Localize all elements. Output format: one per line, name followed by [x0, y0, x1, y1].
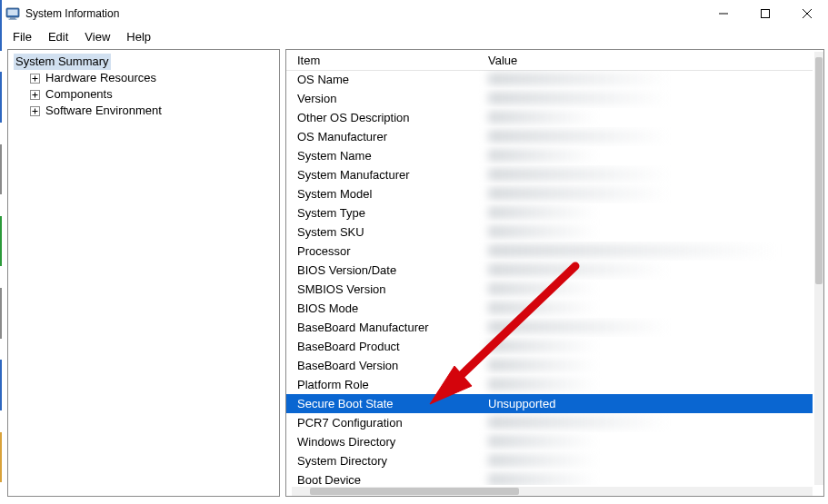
list-cell-value [477, 451, 813, 470]
list-cell-value [477, 127, 813, 146]
list-cell-value [477, 89, 813, 108]
redacted-value [488, 454, 597, 467]
list-cell-item: BaseBoard Manufacturer [286, 318, 477, 337]
menu-help[interactable]: Help [119, 29, 158, 44]
list-cell-item: System SKU [286, 222, 477, 242]
list-row[interactable]: Version [286, 89, 813, 108]
titlebar: System Information [0, 0, 828, 27]
maximize-button[interactable] [744, 0, 786, 27]
client-area: System Summary Hardware ResourcesCompone… [7, 49, 824, 497]
minimize-button[interactable] [703, 0, 744, 27]
list-cell-item: BaseBoard Version [286, 356, 477, 375]
list-cell-item: Boot Device [286, 470, 477, 485]
tree-item-label[interactable]: Hardware Resources [44, 70, 158, 86]
redacted-value [488, 359, 597, 371]
list-row[interactable]: System SKU [286, 222, 813, 242]
horizontal-scrollbar[interactable] [292, 487, 813, 496]
redacted-value [488, 321, 670, 333]
list-cell-value [477, 222, 813, 242]
details-pane[interactable]: Item Value OS NameVersionOther OS Descri… [285, 49, 824, 497]
list-cell-value [477, 318, 813, 337]
tree-item-label[interactable]: Components [44, 86, 115, 103]
tree-pane[interactable]: System Summary Hardware ResourcesCompone… [7, 49, 280, 497]
tree-item-label[interactable]: Software Environment [44, 103, 164, 119]
list-row[interactable]: BaseBoard Manufacturer [286, 318, 813, 337]
tree: System Summary Hardware ResourcesCompone… [8, 50, 279, 119]
menu-file[interactable]: File [5, 29, 39, 44]
title-left: System Information [5, 6, 119, 21]
list-row[interactable]: System Manufacturer [286, 165, 813, 184]
list-row[interactable]: Boot Device [286, 470, 813, 485]
expand-icon[interactable] [30, 106, 40, 116]
list-cell-item: System Type [286, 203, 477, 222]
list-cell-value [477, 299, 813, 318]
list-row[interactable]: System Name [286, 146, 813, 165]
column-header-value[interactable]: Value [477, 52, 813, 69]
tree-root-label[interactable]: System Summary [14, 54, 111, 70]
close-button[interactable] [786, 0, 828, 27]
list-header[interactable]: Item Value [286, 50, 813, 71]
column-header-item[interactable]: Item [286, 52, 477, 69]
list-row[interactable]: SMBIOS Version [286, 280, 813, 299]
list-row[interactable]: Platform Role [286, 375, 813, 394]
svg-rect-2 [10, 18, 15, 19]
list-cell-value [477, 261, 813, 280]
redacted-value [488, 473, 597, 485]
svg-rect-1 [8, 10, 18, 16]
vertical-scroll-thumb[interactable] [815, 57, 823, 284]
horizontal-scroll-thumb[interactable] [310, 488, 519, 495]
expand-icon[interactable] [30, 74, 40, 84]
list-cell-value [477, 280, 813, 299]
list-cell-value [477, 108, 813, 127]
list-row[interactable]: BaseBoard Product [286, 337, 813, 356]
details-pane-wrap: Item Value OS NameVersionOther OS Descri… [285, 49, 824, 497]
list-row[interactable]: Processor [286, 242, 813, 261]
menu-edit[interactable]: Edit [41, 29, 75, 44]
tree-item-components[interactable]: Components [14, 86, 279, 103]
list-row[interactable]: PCR7 Configuration [286, 413, 813, 432]
window-title: System Information [25, 7, 119, 20]
list-cell-value [477, 165, 813, 184]
list-row[interactable]: Secure Boot StateUnsupported [286, 394, 813, 413]
list-row[interactable]: System Model [286, 184, 813, 203]
list-cell-item: Processor [286, 242, 477, 261]
menu-view[interactable]: View [77, 29, 117, 44]
list-cell-value [477, 203, 813, 222]
list-row[interactable]: BaseBoard Version [286, 356, 813, 375]
list-row[interactable]: System Type [286, 203, 813, 222]
list-cell-item: Other OS Description [286, 108, 477, 127]
tree-item-hardware-resources[interactable]: Hardware Resources [14, 70, 279, 86]
list-row[interactable]: System Directory [286, 451, 813, 470]
tree-root-row[interactable]: System Summary [14, 54, 279, 70]
list-cell-item: SMBIOS Version [286, 280, 477, 299]
window-controls [703, 0, 828, 27]
list-row[interactable]: BIOS Version/Date [286, 261, 813, 280]
list-row[interactable]: OS Manufacturer [286, 127, 813, 146]
vertical-scrollbar[interactable] [814, 52, 823, 485]
list-cell-item: Version [286, 89, 477, 108]
list-cell-value [477, 375, 813, 394]
left-edge-decor [0, 0, 2, 504]
redacted-value [488, 244, 779, 257]
list-cell-item: BaseBoard Product [286, 337, 477, 356]
redacted-value [488, 435, 597, 448]
list-cell-item: System Model [286, 184, 477, 203]
redacted-value [488, 168, 670, 181]
list-row[interactable]: OS Name [286, 70, 813, 89]
list-cell-item: BIOS Version/Date [286, 261, 477, 280]
list-cell-item: BIOS Mode [286, 299, 477, 318]
list-row[interactable]: Windows Directory [286, 432, 813, 451]
tree-item-software-environment[interactable]: Software Environment [14, 103, 279, 119]
list-row[interactable]: Other OS Description [286, 108, 813, 127]
app-icon [5, 6, 20, 21]
list-body[interactable]: OS NameVersionOther OS DescriptionOS Man… [286, 70, 813, 485]
list-cell-item: PCR7 Configuration [286, 413, 477, 432]
list-cell-value [477, 70, 813, 89]
expand-icon[interactable] [30, 90, 40, 100]
list-cell-value [477, 432, 813, 451]
list-cell-value [477, 356, 813, 375]
list-cell-item: Windows Directory [286, 432, 477, 451]
redacted-value [488, 282, 597, 295]
list-row[interactable]: BIOS Mode [286, 299, 813, 318]
redacted-value [488, 149, 597, 162]
